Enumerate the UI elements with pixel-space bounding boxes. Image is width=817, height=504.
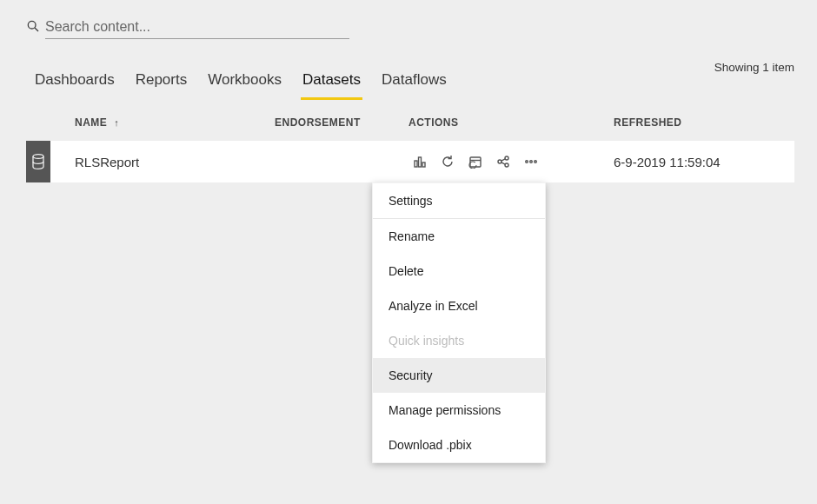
view-related-icon[interactable] [495,154,511,169]
more-options-icon[interactable] [523,154,539,169]
create-report-icon[interactable] [412,154,428,169]
dataset-context-menu: Settings Rename Delete Analyze in Excel … [372,182,546,463]
dataset-row[interactable]: RLSReport [26,141,794,182]
dataset-name: RLSReport [75,155,139,169]
menu-item-download-pbix[interactable]: Download .pbix [373,428,545,462]
schedule-refresh-icon[interactable] [468,154,483,169]
row-actions [412,154,539,169]
svg-point-15 [535,161,537,163]
tab-dashboards[interactable]: Dashboards [33,68,116,100]
menu-item-manage-permissions[interactable]: Manage permissions [373,393,545,428]
column-header-actions: ACTIONS [408,116,459,129]
column-header-name[interactable]: NAME ↑ [75,116,119,129]
menu-item-quick-insights: Quick insights [373,323,545,358]
tab-dataflows[interactable]: Dataflows [380,68,448,100]
svg-point-2 [33,155,43,159]
column-header-refreshed[interactable]: REFRESHED [614,116,682,129]
sort-ascending-icon: ↑ [114,117,119,128]
workspace-datasets-view: Showing 1 item Dashboards Reports Workbo… [0,0,817,504]
dataset-refreshed: 6-9-2019 11:59:04 [614,155,721,169]
tab-datasets[interactable]: Datasets [301,68,362,100]
svg-rect-4 [419,157,422,167]
dataset-icon [26,141,50,182]
menu-item-settings[interactable]: Settings [373,183,545,219]
svg-rect-5 [422,162,425,167]
svg-point-13 [526,161,528,163]
tab-workbooks[interactable]: Workbooks [206,68,283,100]
search-input[interactable] [45,16,349,39]
svg-line-1 [35,28,38,31]
svg-point-14 [530,161,533,163]
tab-reports[interactable]: Reports [134,68,189,100]
menu-item-delete[interactable]: Delete [373,254,545,288]
column-header-row: NAME ↑ ENDORSEMENT ACTIONS REFRESHED [26,109,794,139]
search-icon [26,19,40,36]
column-header-name-label: NAME [75,116,107,129]
column-header-endorsement[interactable]: ENDORSEMENT [275,116,361,129]
svg-line-12 [501,162,505,164]
search-row [26,16,349,39]
svg-point-10 [505,163,508,167]
content-type-tabs: Dashboards Reports Workbooks Datasets Da… [33,68,448,100]
svg-rect-3 [415,161,417,167]
menu-item-analyze-in-excel[interactable]: Analyze in Excel [373,288,545,323]
svg-line-11 [501,159,505,161]
item-count-status: Showing 1 item [714,61,794,74]
svg-point-0 [28,21,36,29]
svg-point-9 [505,156,508,160]
menu-item-rename[interactable]: Rename [373,219,545,254]
refresh-now-icon[interactable] [440,154,455,169]
menu-item-security[interactable]: Security [373,358,545,393]
svg-point-8 [498,160,501,163]
